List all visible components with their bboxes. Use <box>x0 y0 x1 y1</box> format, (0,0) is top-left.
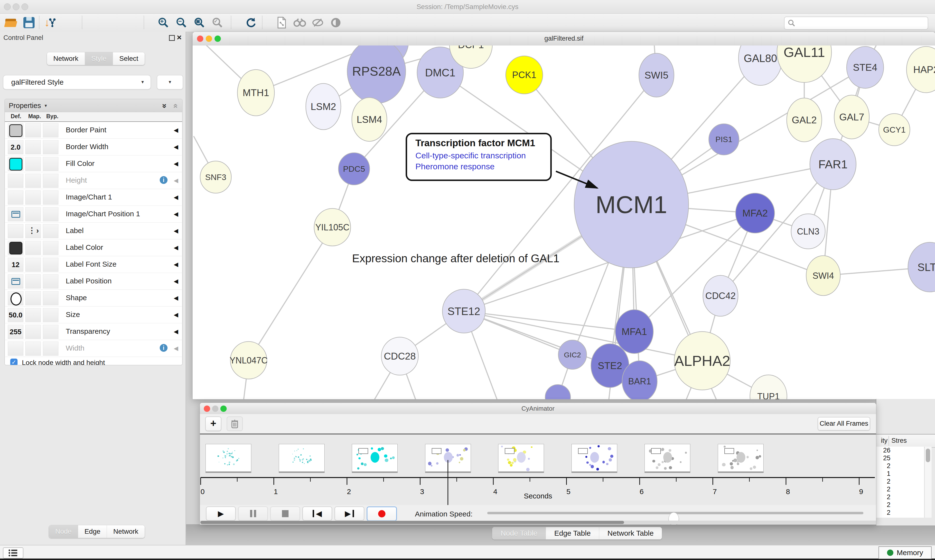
network-graph[interactable]: RPS28BRPS28ADMC1DCP1PCK1MTH1LSM2LSM4SNF3… <box>193 46 935 399</box>
bypass-cell[interactable] <box>43 174 59 188</box>
mapping-cell[interactable] <box>25 123 41 137</box>
bypass-cell[interactable] <box>43 123 59 137</box>
search-box[interactable] <box>784 17 928 30</box>
expand-property-icon[interactable]: ◀ <box>174 328 178 335</box>
table-row[interactable]: 2 <box>876 509 924 517</box>
property-row[interactable]: Widthi◀ <box>5 340 182 357</box>
timeline-playhead[interactable] <box>447 460 448 509</box>
record-button[interactable] <box>367 506 397 521</box>
expand-property-icon[interactable]: ◀ <box>174 244 178 251</box>
timeline-horizontal-scrollbar[interactable] <box>200 521 876 524</box>
style-tab-node[interactable]: Node <box>49 525 78 538</box>
bypass-cell[interactable] <box>43 241 59 255</box>
tab-network[interactable]: Network <box>47 52 85 65</box>
play-button[interactable]: ▶ <box>206 506 236 521</box>
property-row[interactable]: 255Transparency◀ <box>5 323 182 340</box>
annotation-link-2[interactable]: Pheromone response <box>415 162 550 171</box>
property-row[interactable]: 50.0Size◀ <box>5 306 182 323</box>
zoom-out-icon[interactable]: − <box>174 15 189 30</box>
mapping-cell[interactable] <box>25 174 41 188</box>
property-row[interactable]: Label Color◀ <box>5 239 182 256</box>
mapping-cell[interactable] <box>25 258 41 272</box>
table-row[interactable]: 2 <box>876 478 924 486</box>
property-row[interactable]: Image/Chart Position 1◀ <box>5 206 182 223</box>
network-canvas[interactable]: RPS28BRPS28ADMC1DCP1PCK1MTH1LSM2LSM4SNF3… <box>193 46 935 399</box>
default-value-cell[interactable] <box>8 123 23 137</box>
table-row[interactable]: 2 <box>876 493 924 501</box>
default-value-cell[interactable] <box>8 342 23 355</box>
bypass-cell[interactable] <box>43 258 59 272</box>
column-stress[interactable]: Stres <box>892 437 907 445</box>
property-row[interactable]: ⋮›Label◀ <box>5 223 182 239</box>
zoom-in-icon[interactable]: + <box>156 15 171 30</box>
expand-property-icon[interactable]: ◀ <box>174 127 178 134</box>
default-value-cell[interactable] <box>8 191 23 205</box>
frame-thumbnail[interactable] <box>205 444 251 473</box>
default-value-cell[interactable]: 255 <box>8 325 23 339</box>
expand-property-icon[interactable]: ◀ <box>174 228 178 234</box>
default-value-cell[interactable]: 50.0 <box>8 308 23 322</box>
cyanimator-titlebar[interactable]: CyAnimator <box>200 403 876 414</box>
tab-style[interactable]: Style <box>85 52 113 65</box>
style-options-button[interactable]: ▼ <box>157 75 183 89</box>
cyanimator-timeline[interactable]: 0123456789 Seconds <box>200 434 876 505</box>
mapping-cell[interactable] <box>25 241 41 255</box>
memory-button[interactable]: Memory <box>878 546 932 559</box>
default-value-cell[interactable]: 2.0 <box>8 140 23 154</box>
bypass-cell[interactable] <box>43 342 59 355</box>
property-row[interactable]: 12Label Font Size◀ <box>5 256 182 273</box>
expand-property-icon[interactable]: ◀ <box>174 143 178 150</box>
table-tab-network-table[interactable]: Network Table <box>599 527 662 539</box>
clear-all-frames-button[interactable]: Clear All Frames <box>818 417 870 431</box>
default-value-cell[interactable] <box>8 274 23 289</box>
mapping-cell[interactable] <box>25 325 41 339</box>
mapping-cell[interactable] <box>25 191 41 205</box>
style-tab-edge[interactable]: Edge <box>78 525 106 538</box>
mapping-cell[interactable] <box>25 291 41 305</box>
properties-header[interactable]: Properties ▼ » » <box>5 99 182 112</box>
bypass-cell[interactable] <box>43 191 59 205</box>
expand-property-icon[interactable]: ◀ <box>174 177 178 184</box>
default-value-cell[interactable] <box>8 224 23 238</box>
expand-property-icon[interactable]: ◀ <box>174 278 178 285</box>
default-value-cell[interactable] <box>8 241 23 255</box>
frame-thumbnail[interactable] <box>279 444 325 473</box>
bypass-cell[interactable] <box>43 325 59 339</box>
bypass-cell[interactable] <box>43 291 59 305</box>
annotation-link-1[interactable]: Cell-type-specific transcription <box>415 151 550 160</box>
hide-details-eye-icon[interactable] <box>310 15 325 30</box>
bypass-cell[interactable] <box>43 207 59 222</box>
float-panel-icon[interactable] <box>169 35 175 41</box>
save-icon[interactable] <box>22 15 37 30</box>
task-history-button[interactable] <box>3 547 23 558</box>
zoom-selected-icon[interactable]: ✓ <box>210 15 225 30</box>
style-tab-network[interactable]: Network <box>106 525 145 538</box>
style-selector[interactable]: galFiltered Style ▼ <box>3 75 151 89</box>
property-row[interactable]: Label Position◀ <box>5 273 182 290</box>
duplicate-network-icon[interactable] <box>274 15 289 30</box>
animation-speed-slider[interactable] <box>487 512 863 514</box>
bypass-cell[interactable] <box>43 308 59 322</box>
frame-thumbnail[interactable] <box>498 444 544 473</box>
network-window-titlebar[interactable]: galFiltered.sif <box>193 32 935 46</box>
expand-property-icon[interactable]: ◀ <box>174 295 178 302</box>
property-row[interactable]: Image/Chart 1◀ <box>5 189 182 206</box>
frame-thumbnail[interactable] <box>352 444 398 473</box>
stop-button[interactable] <box>270 506 300 521</box>
mapping-cell[interactable] <box>25 157 41 171</box>
table-row[interactable]: 2 <box>876 486 924 493</box>
search-input[interactable] <box>795 19 924 27</box>
frame-thumbnail[interactable] <box>645 444 690 473</box>
default-value-cell[interactable] <box>8 207 23 222</box>
refresh-layout-icon[interactable] <box>244 15 259 30</box>
column-divider[interactable] <box>889 436 889 446</box>
skip-to-end-button[interactable]: ▶ <box>335 506 364 521</box>
expand-all-icon[interactable]: » <box>160 104 170 108</box>
table-tab-edge-table[interactable]: Edge Table <box>546 527 599 539</box>
bypass-cell[interactable] <box>43 157 59 171</box>
table-row[interactable]: 2 <box>876 462 924 470</box>
default-value-cell[interactable] <box>8 291 23 305</box>
column-ity[interactable]: ity <box>876 437 887 445</box>
lock-size-checkbox[interactable]: ✓ <box>10 358 17 365</box>
property-row[interactable]: Shape◀ <box>5 290 182 306</box>
